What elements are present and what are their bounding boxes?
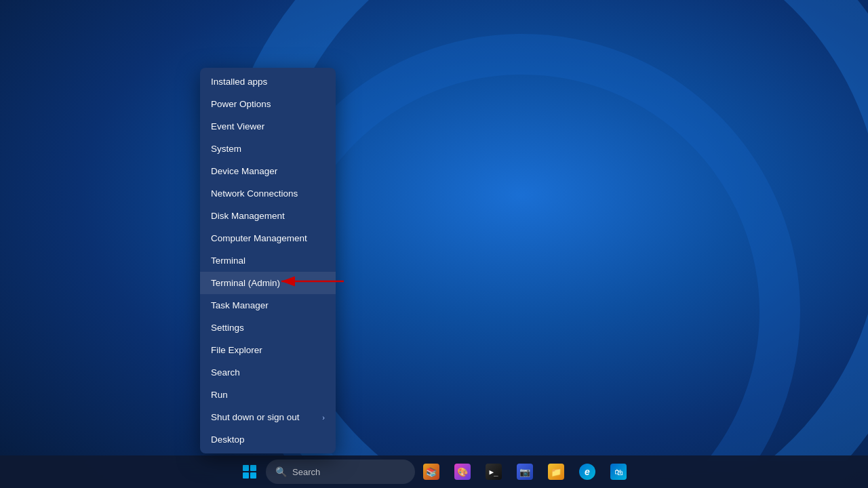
menu-item-label-shut-down: Shut down or sign out	[211, 412, 300, 422]
taskbar-search-label: Search	[292, 467, 320, 477]
menu-item-label-settings: Settings	[211, 323, 244, 333]
store-icon: 🛍	[610, 464, 627, 480]
taskbar-icon-terminal[interactable]: ▶_	[479, 458, 509, 485]
taskbar-search[interactable]: 🔍 Search	[266, 460, 415, 484]
start-button[interactable]	[235, 458, 264, 485]
menu-item-desktop[interactable]: Desktop	[200, 428, 336, 451]
taskbar: 🔍 Search 📚 🎨 ▶_ 📷	[0, 455, 868, 488]
camera-icon: 📷	[517, 464, 533, 480]
desktop-swirl	[0, 0, 868, 461]
menu-item-power-options[interactable]: Power Options	[200, 93, 336, 115]
menu-item-shut-down[interactable]: Shut down or sign out›	[200, 406, 336, 428]
taskbar-icon-palette[interactable]: 🎨	[448, 458, 477, 485]
menu-item-label-task-manager: Task Manager	[211, 300, 269, 310]
svg-rect-4	[243, 472, 249, 479]
taskbar-icon-bookshelf[interactable]: 📚	[416, 458, 446, 485]
menu-item-event-viewer[interactable]: Event Viewer	[200, 115, 336, 138]
menu-item-task-manager[interactable]: Task Manager	[200, 294, 336, 317]
menu-item-disk-management[interactable]: Disk Management	[200, 205, 336, 227]
taskbar-icon-camera[interactable]: 📷	[510, 458, 540, 485]
menu-item-label-run: Run	[211, 390, 228, 400]
menu-item-computer-management[interactable]: Computer Management	[200, 227, 336, 249]
menu-item-network-connections[interactable]: Network Connections	[200, 182, 336, 205]
svg-rect-2	[243, 465, 249, 471]
search-icon: 🔍	[275, 466, 287, 477]
windows-logo-icon	[242, 464, 257, 479]
menu-item-terminal[interactable]: Terminal	[200, 249, 336, 272]
menu-item-terminal-admin[interactable]: Terminal (Admin)	[200, 272, 336, 294]
menu-item-label-network-connections: Network Connections	[211, 188, 298, 199]
taskbar-center: 🔍 Search 📚 🎨 ▶_ 📷	[235, 458, 633, 485]
taskbar-icon-store[interactable]: 🛍	[604, 458, 633, 485]
edge-icon: e	[579, 464, 595, 480]
menu-item-label-disk-management: Disk Management	[211, 211, 285, 221]
menu-item-label-file-explorer: File Explorer	[211, 345, 262, 355]
menu-item-label-system: System	[211, 144, 241, 154]
menu-item-device-manager[interactable]: Device Manager	[200, 160, 336, 182]
menu-item-label-event-viewer: Event Viewer	[211, 121, 264, 131]
menu-item-label-terminal: Terminal	[211, 256, 245, 266]
folder-icon: 📁	[548, 464, 564, 480]
menu-item-label-computer-management: Computer Management	[211, 233, 307, 243]
menu-item-system[interactable]: System	[200, 138, 336, 160]
terminal-icon: ▶_	[486, 464, 502, 480]
context-menu: Installed appsPower OptionsEvent ViewerS…	[200, 68, 336, 453]
menu-item-search[interactable]: Search	[200, 361, 336, 384]
svg-rect-3	[250, 465, 256, 471]
taskbar-icon-edge[interactable]: e	[572, 458, 602, 485]
menu-item-label-desktop: Desktop	[211, 434, 245, 445]
desktop: Installed appsPower OptionsEvent ViewerS…	[0, 0, 868, 488]
menu-item-label-device-manager: Device Manager	[211, 166, 277, 176]
menu-item-arrow-shut-down: ›	[322, 413, 325, 422]
menu-item-file-explorer[interactable]: File Explorer	[200, 339, 336, 361]
bookshelf-icon: 📚	[423, 464, 439, 480]
menu-item-label-installed-apps: Installed apps	[211, 77, 267, 87]
menu-item-installed-apps[interactable]: Installed apps	[200, 70, 336, 93]
menu-item-label-search: Search	[211, 367, 240, 378]
svg-rect-5	[250, 472, 256, 479]
menu-item-settings[interactable]: Settings	[200, 317, 336, 339]
menu-item-label-power-options: Power Options	[211, 99, 271, 109]
menu-item-label-terminal-admin: Terminal (Admin)	[211, 278, 280, 288]
palette-icon: 🎨	[454, 464, 471, 480]
taskbar-icon-folder[interactable]: 📁	[541, 458, 571, 485]
menu-item-run[interactable]: Run	[200, 384, 336, 406]
